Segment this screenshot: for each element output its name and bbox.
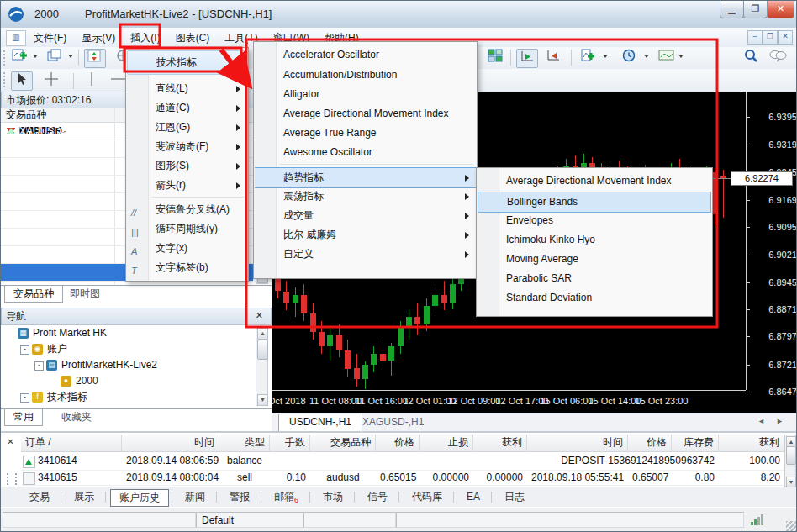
terminal-tab-5[interactable]: 邮箱6: [266, 489, 307, 505]
menubar-item-3[interactable]: 图表(C): [168, 28, 218, 48]
zoom-magnifier-icon[interactable]: [741, 49, 761, 66]
menu-item[interactable]: 震荡指标: [255, 187, 476, 206]
menubar-item-2[interactable]: 插入(I): [123, 28, 167, 48]
table-header-cell[interactable]: 价格: [376, 435, 420, 451]
table-header-cell[interactable]: 时间: [527, 435, 628, 451]
terminal-tab-6[interactable]: 市场: [314, 489, 351, 505]
table-header-cell[interactable]: 交易品种: [310, 435, 376, 451]
chart-profiles-button[interactable]: [45, 49, 65, 66]
table-row[interactable]: 34106142018.09.14 08:06:59balanceDEPOSIT…: [21, 453, 784, 471]
menu-item[interactable]: Average Directional Movement Index: [255, 104, 476, 124]
table-row[interactable]: 34106152018.09.14 08:08:04sell0.10audusd…: [21, 470, 784, 486]
menu-item[interactable]: Standard Deviation: [478, 288, 711, 308]
menu-item[interactable]: 成交量: [255, 206, 476, 225]
terminal-tab-0[interactable]: 交易: [21, 489, 58, 505]
menu-item[interactable]: 安德鲁分叉线(A)//: [127, 200, 247, 219]
chart-shift-button[interactable]: [543, 49, 563, 66]
new-order-button[interactable]: [84, 49, 106, 68]
table-header-cell[interactable]: 类型: [219, 435, 270, 451]
table-header-cell[interactable]: 手数: [270, 435, 310, 451]
menu-item[interactable]: Awesome Oscillator: [255, 143, 476, 162]
auto-scroll-button[interactable]: [516, 49, 538, 68]
menu-item[interactable]: 自定义: [255, 245, 476, 264]
terminal-tab-1[interactable]: 展示: [66, 489, 103, 505]
menu-item[interactable]: 比尔 威廉姆: [255, 225, 476, 245]
vertical-line-tool-button[interactable]: [82, 71, 102, 89]
terminal-tab-10[interactable]: 日志: [496, 489, 533, 505]
indicators-dropdown[interactable]: [603, 55, 608, 58]
menubar-item-1[interactable]: 显示(V): [74, 28, 123, 48]
cursor-tool-button[interactable]: [11, 71, 33, 91]
timeframes-dropdown[interactable]: [644, 55, 649, 58]
tab-scroll-right-icon[interactable]: ►: [776, 417, 784, 425]
child-restore-button[interactable]: ❐: [763, 30, 778, 45]
menu-item[interactable]: 文字(x)A: [127, 239, 247, 258]
table-header-cell[interactable]: 订单 /: [21, 435, 122, 451]
timeframes-clock-button[interactable]: [619, 49, 639, 66]
chart-tab-xagusd[interactable]: XAGUSD-,H1: [352, 414, 434, 431]
tab-scroll-left-icon[interactable]: ◄: [757, 417, 765, 425]
tab-symbols[interactable]: 交易品种: [4, 285, 63, 303]
chat-icon[interactable]: [768, 49, 788, 66]
tree-item-4[interactable]: -f技术指标: [1, 390, 253, 405]
terminal-tab-4[interactable]: 警报: [221, 489, 258, 505]
menu-item[interactable]: Ichimoku Kinko Hyo: [478, 230, 711, 250]
indicators-button[interactable]: [578, 49, 598, 66]
menu-item[interactable]: 趋势指标: [255, 167, 476, 188]
navigator-scrollbar[interactable]: ▲ ▼: [256, 326, 268, 406]
chart-child-icon[interactable]: ▥: [6, 30, 26, 46]
menu-item[interactable]: Bollinger Bands: [478, 192, 711, 213]
child-close-button[interactable]: ✕: [778, 30, 793, 45]
tree-expander[interactable]: -: [34, 361, 44, 371]
terminal-tab-2[interactable]: 账户历史: [110, 489, 169, 507]
restore-button[interactable]: ❐: [743, 1, 768, 18]
menubar-item-0[interactable]: 文件(F): [26, 28, 74, 48]
terminal-scrollbar[interactable]: ▲ ▼: [784, 435, 796, 487]
toolbar-grip[interactable]: [3, 50, 8, 66]
tree-item-1[interactable]: -◉账户: [1, 342, 253, 357]
menu-item[interactable]: Moving Average: [478, 250, 711, 269]
terminal-close-icon[interactable]: ✕: [5, 437, 16, 448]
toolbar-grip[interactable]: [3, 72, 8, 87]
terminal-tab-9[interactable]: EA: [458, 489, 488, 505]
tab-favorites[interactable]: 收藏夹: [53, 409, 100, 425]
menu-item[interactable]: 斐波纳奇(F): [127, 137, 247, 156]
tree-item-0[interactable]: ▦Profit Market HK: [1, 326, 253, 341]
menu-item[interactable]: 江恩(G): [127, 118, 247, 137]
table-header-cell[interactable]: 止损: [420, 435, 473, 451]
new-chart-dropdown[interactable]: [33, 55, 38, 58]
menu-item[interactable]: Average Directional Movement Index: [478, 171, 711, 191]
child-minimize-button[interactable]: –: [747, 30, 763, 45]
menu-item[interactable]: 直线(L): [127, 79, 247, 98]
tree-item-2[interactable]: -▤ProfitMarketHK-Live2: [1, 358, 253, 373]
menu-item[interactable]: Parabolic SAR: [478, 269, 711, 288]
tree-expander[interactable]: -: [20, 393, 29, 403]
menu-item[interactable]: 文字标签(b)T: [127, 258, 247, 277]
chart-profiles-dropdown[interactable]: [68, 55, 73, 58]
templates-button[interactable]: [657, 49, 677, 66]
menu-item[interactable]: Accelerator Oscillator: [255, 45, 476, 65]
terminal-tab-8[interactable]: 代码库: [404, 489, 451, 505]
tree-expander[interactable]: -: [20, 345, 29, 355]
menu-item[interactable]: 图形(S): [127, 156, 247, 176]
terminal-tab-7[interactable]: 信号: [359, 489, 396, 505]
menu-item[interactable]: Envelopes: [478, 211, 711, 230]
menu-item[interactable]: 箭头(r): [127, 176, 247, 195]
terminal-tab-3[interactable]: 新闻: [177, 489, 214, 505]
menu-item[interactable]: 技术指标: [127, 50, 247, 75]
table-header-cell[interactable]: 获利: [473, 435, 527, 451]
resize-grip[interactable]: [786, 521, 796, 531]
navigator-close-icon[interactable]: ✕: [256, 310, 263, 321]
minimize-button[interactable]: ▁: [720, 1, 744, 18]
menu-item[interactable]: Accumulation/Distribution: [255, 66, 476, 85]
crosshair-tool-button[interactable]: [41, 71, 61, 89]
tab-tick-chart[interactable]: 即时图: [61, 286, 108, 302]
menu-item[interactable]: Alligator: [255, 85, 476, 104]
chart-tab-usdcnh[interactable]: USDCNH-,H1: [278, 414, 362, 432]
new-chart-button[interactable]: [9, 49, 29, 66]
menu-item[interactable]: 循环周期线(y)|||: [127, 219, 247, 239]
tree-item-3[interactable]: ●2000: [1, 374, 253, 389]
table-header-cell[interactable]: 库存费: [672, 435, 719, 451]
table-header-cell[interactable]: 获利: [719, 435, 784, 451]
table-header-cell[interactable]: 价格: [628, 435, 672, 451]
